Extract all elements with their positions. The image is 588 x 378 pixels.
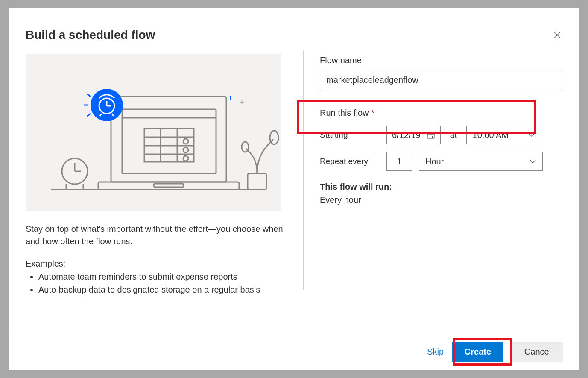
run-info-value: Every hour	[320, 195, 563, 205]
svg-point-16	[183, 139, 188, 144]
chevron-down-icon	[528, 132, 535, 138]
calendar-icon	[427, 131, 435, 139]
build-scheduled-flow-modal: Build a scheduled flow	[9, 8, 579, 370]
chevron-down-icon	[529, 158, 536, 165]
start-date-picker[interactable]: 6/12/19	[386, 126, 441, 144]
svg-point-21	[242, 142, 249, 152]
cancel-button[interactable]: Cancel	[512, 342, 563, 362]
flow-name-input[interactable]	[320, 70, 563, 90]
modal-footer: Skip Create Cancel	[9, 333, 579, 370]
svg-point-20	[270, 131, 278, 144]
svg-rect-9	[154, 184, 184, 187]
example-item: Automate team reminders to submit expens…	[38, 270, 287, 283]
repeat-unit-select[interactable]: Hour	[419, 152, 543, 171]
start-time-select[interactable]: 10:00 AM	[466, 126, 541, 144]
modal-title: Build a scheduled flow	[26, 28, 287, 42]
start-time-value: 10:00 AM	[473, 130, 509, 140]
svg-text:+: +	[239, 97, 245, 107]
run-this-flow-label: Run this flow *	[320, 108, 563, 118]
flow-name-label: Flow name	[320, 56, 563, 65]
start-date-value: 6/12/19	[392, 130, 421, 140]
repeat-every-label: Repeat every	[320, 157, 380, 166]
repeat-unit-value: Hour	[425, 157, 444, 167]
example-item: Auto-backup data to designated storage o…	[38, 283, 287, 296]
examples-list: Automate team reminders to submit expens…	[26, 270, 287, 296]
examples-heading: Examples:	[26, 259, 287, 269]
skip-link[interactable]: Skip	[427, 347, 444, 357]
svg-point-17	[183, 147, 188, 152]
schedule-illustration: +	[26, 54, 281, 211]
starting-label: Starting	[320, 130, 380, 140]
svg-point-18	[183, 156, 188, 161]
modal-description: Stay on top of what's important without …	[26, 223, 287, 248]
create-button[interactable]: Create	[452, 342, 503, 362]
svg-line-31	[87, 94, 91, 97]
svg-rect-19	[248, 173, 266, 190]
svg-rect-37	[432, 136, 433, 138]
svg-rect-6	[122, 109, 216, 173]
at-label: at	[448, 130, 459, 140]
svg-line-32	[87, 114, 91, 116]
repeat-count-input[interactable]	[386, 152, 412, 171]
run-info-label: This flow will run:	[320, 182, 563, 192]
